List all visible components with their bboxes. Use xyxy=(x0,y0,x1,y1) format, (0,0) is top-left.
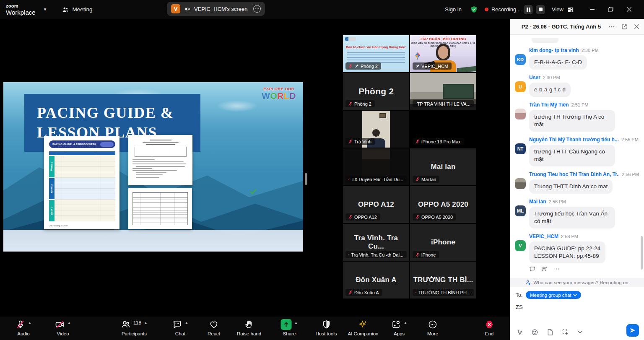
participants-options-chevron[interactable]: ▲ xyxy=(144,321,148,325)
tab-meeting[interactable]: Meeting xyxy=(62,6,93,13)
video-tile-don-xuan-a[interactable]: Đôn Xuân A Đôn Xuân A xyxy=(343,262,409,298)
audio-options-chevron[interactable]: ▲ xyxy=(28,321,32,325)
close-button[interactable] xyxy=(620,0,638,19)
chat-message-list[interactable]: KD kim dong- tp tra vinh 2:30 PM E-B-H-A… xyxy=(510,35,644,278)
video-tile-tra-vinh[interactable]: Trà Vinh xyxy=(343,111,409,148)
chat-button[interactable]: ▲ Chat xyxy=(172,319,189,336)
attach-file-icon[interactable] xyxy=(547,329,553,336)
chat-bubble-icon xyxy=(172,319,182,330)
share-button[interactable]: ▲ Share xyxy=(281,319,298,336)
minimize-button[interactable] xyxy=(583,0,601,19)
recipient-selector[interactable]: Meeting group chat xyxy=(526,291,581,299)
sparkle-icon xyxy=(358,319,368,330)
heart-icon xyxy=(209,319,219,330)
stop-recording-button[interactable] xyxy=(536,5,545,14)
video-tile-vepic-hcm[interactable]: TẬP HUẤN, BỒI DƯỠNG GIÁO VIÊN SỬ DỤNG SÁ… xyxy=(410,35,476,72)
mic-muted-icon xyxy=(348,64,353,68)
host-tools-button[interactable]: Host tools xyxy=(315,319,337,336)
screenshot-icon[interactable] xyxy=(562,329,569,336)
more-button[interactable]: More xyxy=(427,319,438,336)
chat-message: V VEPIC_HCM 2:58 PM PACING GUIDE: pp.22-… xyxy=(515,234,639,272)
sender-name[interactable]: Mai lan xyxy=(529,199,546,205)
security-shield-icon[interactable] xyxy=(470,5,478,13)
video-tile-phong2-share[interactable]: Ban tổ chức xin trân trọng thông báo: Ph… xyxy=(343,35,409,72)
sender-name[interactable]: Trần Thị Mỹ Tiên xyxy=(529,102,569,108)
restore-button[interactable] xyxy=(601,0,620,19)
participant-name-label: VEPIC_HCM xyxy=(413,62,452,70)
pacing-table-header xyxy=(49,151,115,155)
chat-more-icon[interactable] xyxy=(608,23,615,30)
screen-share-indicator[interactable]: V VEPIC_HCM's screen xyxy=(167,2,265,16)
panel-resize-handle[interactable] xyxy=(305,173,307,185)
react-button[interactable]: React xyxy=(208,319,220,336)
message-time: 2:58 PM xyxy=(561,234,578,239)
view-button[interactable]: View xyxy=(552,6,574,13)
view-grid-icon xyxy=(567,6,574,13)
emoji-icon[interactable] xyxy=(531,329,538,336)
chat-options-chevron[interactable]: ▲ xyxy=(185,321,189,325)
video-tile-oppo-a5-2020[interactable]: OPPO A5 2020 OPPO A5 2020 xyxy=(410,186,476,223)
apps-button[interactable]: ▲ Apps xyxy=(391,319,408,336)
chalkboard xyxy=(443,84,474,99)
send-button[interactable] xyxy=(626,324,639,337)
message-bubble: trường TH Trường Thọ A có mặt xyxy=(529,110,615,132)
avatar: ML xyxy=(515,205,526,216)
avatar xyxy=(515,178,526,189)
chat-close-icon[interactable] xyxy=(634,23,640,30)
video-tile-iphone[interactable]: iPhone iPhone xyxy=(410,224,476,261)
share-options-chevron[interactable]: ▲ xyxy=(294,321,298,325)
participant-name-label: Đôn Xuân A xyxy=(345,289,382,296)
pause-recording-button[interactable] xyxy=(524,5,533,14)
pacing-table-rows xyxy=(55,156,115,221)
notice-title: Ban tổ chức xin trân trọng thông báo: xyxy=(345,45,408,49)
sender-name[interactable]: Nguyễn Thị Mỹ Thanh trường tiểu h... xyxy=(529,137,619,143)
reply-icon[interactable] xyxy=(529,266,535,272)
participant-name-label: OPPO A5 2020 xyxy=(413,213,456,221)
sender-name[interactable]: VEPIC_HCM xyxy=(529,234,558,239)
video-tile-tra-vinh-tra-cu[interactable]: Tra Vinh. Tra Cu... Tra Vinh. Tra Cu -th… xyxy=(343,224,409,261)
video-gallery: Ban tổ chức xin trân trọng thông báo: Ph… xyxy=(343,35,476,298)
ai-companion-button[interactable]: AI Companion xyxy=(348,319,379,336)
chat-privacy-bar[interactable]: Who can see your messages? Recording on xyxy=(510,278,644,287)
sign-in-link[interactable]: Sign in xyxy=(445,6,462,13)
audio-button[interactable]: ▲ Audio xyxy=(16,319,32,336)
workspace-chevron-down-icon[interactable]: ▼ xyxy=(43,7,47,12)
chat-scrollbar[interactable] xyxy=(641,236,643,270)
sender-name[interactable]: Truong Tieu hoc Thi Tran Dinh An, Tr... xyxy=(529,171,619,177)
avatar: U xyxy=(515,81,526,92)
apps-options-chevron[interactable]: ▲ xyxy=(404,321,408,325)
participants-button[interactable]: 118 ▲ Participants xyxy=(121,319,148,336)
video-tile-mai-lan[interactable]: Mai lan Mai lan xyxy=(410,148,476,185)
video-tile-tp-tra-vinh[interactable]: TP TRA VINH TH LE VA... xyxy=(410,73,476,110)
notice-body-lines xyxy=(347,52,405,63)
video-tile-iphone-13-pro-max[interactable]: iPhone 13 Pro Max xyxy=(410,111,476,148)
avatar: V xyxy=(515,240,526,251)
compose-options-chevron[interactable] xyxy=(578,331,582,334)
video-tile-phong2[interactable]: Phòng 2 Phòng 2 xyxy=(343,73,409,110)
mic-muted-icon xyxy=(415,215,420,219)
sender-name[interactable]: kim dong- tp tra vinh xyxy=(529,47,579,53)
chat-header: P2 - 26.06 - GDTC, Tiếng Anh 5 xyxy=(510,19,644,35)
video-tile-truong-th-binh[interactable]: TRƯỜNG TH BÌ... TRƯỜNG TH BÌNH PH... xyxy=(410,262,476,298)
view-label: View xyxy=(552,6,564,13)
sender-name[interactable]: User xyxy=(529,75,540,80)
message-input[interactable]: ZS xyxy=(516,304,638,310)
message-more-icon[interactable] xyxy=(553,266,560,272)
privacy-text: Who can see your messages? Recording on xyxy=(533,280,628,285)
share-options-icon[interactable] xyxy=(253,5,261,13)
video-tile-tx-duyen-hai[interactable]: TX Duyên Hải- Trần Du... xyxy=(343,148,409,185)
avatar: KD xyxy=(515,54,526,65)
camera-off-icon xyxy=(55,319,65,330)
end-button[interactable]: End xyxy=(484,319,494,336)
video-button[interactable]: ▲ Video xyxy=(55,319,71,336)
mic-muted-icon xyxy=(348,101,353,106)
add-reaction-icon[interactable] xyxy=(541,266,548,272)
share-screen-icon xyxy=(281,319,292,330)
lesson-plan-page-1 xyxy=(128,135,192,185)
pop-out-icon[interactable] xyxy=(621,23,628,30)
pin-icon xyxy=(354,64,359,68)
raise-hand-button[interactable]: Raise hand xyxy=(237,319,261,336)
format-text-icon[interactable] xyxy=(516,329,523,336)
video-tile-oppo-a12[interactable]: OPPO A12 OPPO A12 xyxy=(343,186,409,223)
video-options-chevron[interactable]: ▲ xyxy=(68,321,71,325)
